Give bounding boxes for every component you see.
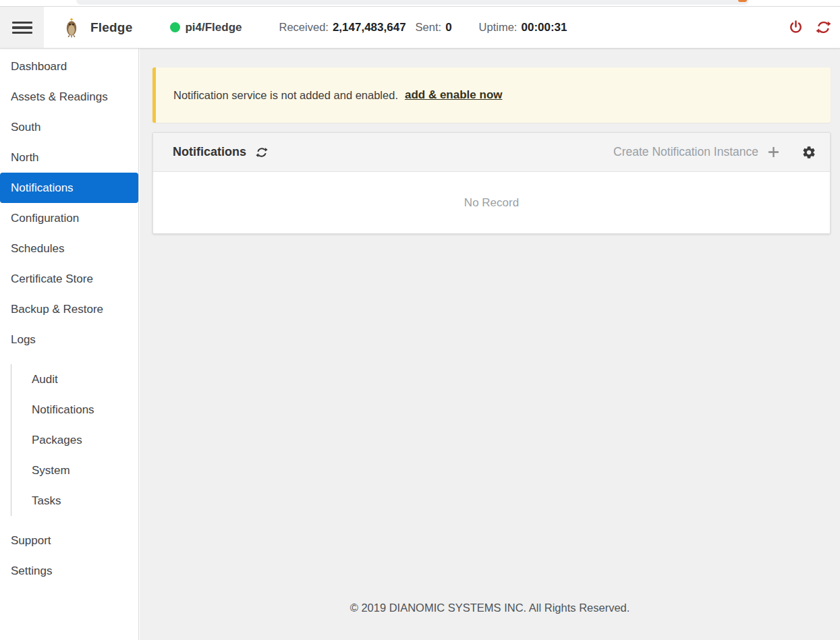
status-dot-icon xyxy=(170,22,180,32)
received-label: Received: xyxy=(279,21,329,34)
app-header: Fledge pi4/Fledge Received: 2,147,483,64… xyxy=(0,7,840,49)
sidebar-item-assets-readings[interactable]: Assets & Readings xyxy=(0,82,138,112)
menu-toggle-button[interactable] xyxy=(0,7,44,48)
notification-settings-button[interactable] xyxy=(802,145,816,160)
sent-value: 0 xyxy=(445,21,451,34)
sidebar-subitem-packages[interactable]: Packages xyxy=(11,425,138,455)
brand: Fledge xyxy=(64,18,132,38)
sidebar-item-logs[interactable]: Logs xyxy=(0,324,138,355)
restart-button[interactable] xyxy=(816,20,831,35)
browser-omnibox-edge xyxy=(76,0,749,5)
stat-sent: Sent: 0 xyxy=(416,21,452,34)
instance-name: pi4/Fledge xyxy=(185,21,242,34)
header-actions xyxy=(788,20,831,35)
sidebar-item-notifications[interactable]: Notifications xyxy=(0,173,138,203)
sidebar-item-certificate-store[interactable]: Certificate Store xyxy=(0,264,138,294)
sidebar: Dashboard Assets & Readings South North … xyxy=(0,49,139,640)
sidebar-subitem-tasks[interactable]: Tasks xyxy=(11,486,138,516)
browser-extension-sliver xyxy=(738,0,747,2)
card-actions: Create Notification Instance xyxy=(613,145,816,160)
received-value: 2,147,483,647 xyxy=(333,21,406,34)
sidebar-item-north[interactable]: North xyxy=(0,142,138,173)
sidebar-item-south[interactable]: South xyxy=(0,112,138,142)
sidebar-item-settings[interactable]: Settings xyxy=(0,556,138,586)
app-title: Fledge xyxy=(90,20,132,35)
notifications-card: Notifications Create Notification Instan… xyxy=(152,132,831,234)
refresh-icon xyxy=(816,20,831,35)
sidebar-item-schedules[interactable]: Schedules xyxy=(0,233,138,264)
sent-label: Sent: xyxy=(416,21,442,34)
empty-state-text: No Record xyxy=(464,196,519,210)
refresh-icon xyxy=(256,146,268,158)
create-notification-instance-label[interactable]: Create Notification Instance xyxy=(613,145,758,159)
card-title: Notifications xyxy=(173,145,246,159)
uptime-label: Uptime: xyxy=(479,21,517,34)
sidebar-item-dashboard[interactable]: Dashboard xyxy=(0,51,138,82)
notifications-card-header: Notifications Create Notification Instan… xyxy=(153,133,830,172)
header-stats: Received: 2,147,483,647 Sent: 0 Uptime: … xyxy=(242,21,567,34)
add-enable-now-link[interactable]: add & enable now xyxy=(405,88,503,102)
reload-notifications-button[interactable] xyxy=(256,146,268,158)
instance-status: pi4/Fledge xyxy=(170,21,242,34)
plus-icon xyxy=(766,145,781,159)
sidebar-subitem-system[interactable]: System xyxy=(11,455,138,486)
sidebar-subitem-notifications[interactable]: Notifications xyxy=(11,395,138,425)
copyright-footer: © 2019 DIANOMIC SYSTEMS INC. All Rights … xyxy=(140,602,840,614)
uptime-value: 00:00:31 xyxy=(521,21,567,34)
sidebar-item-backup-restore[interactable]: Backup & Restore xyxy=(0,294,138,324)
sidebar-item-configuration[interactable]: Configuration xyxy=(0,203,138,233)
main-content: Notification service is not added and en… xyxy=(140,49,840,640)
hamburger-icon xyxy=(12,22,32,24)
notification-service-banner: Notification service is not added and en… xyxy=(152,67,831,123)
browser-chrome-strip xyxy=(0,0,840,7)
sidebar-subitem-audit[interactable]: Audit xyxy=(11,364,138,395)
add-notification-button[interactable] xyxy=(766,145,781,159)
gear-icon xyxy=(802,145,816,160)
sidebar-item-support[interactable]: Support xyxy=(0,525,138,556)
fledge-bird-logo-icon xyxy=(64,18,79,38)
stat-uptime: Uptime: 00:00:31 xyxy=(479,21,567,34)
stat-received: Received: 2,147,483,647 xyxy=(279,21,406,34)
notifications-card-body: No Record xyxy=(153,172,830,233)
banner-message: Notification service is not added and en… xyxy=(173,89,398,102)
sidebar-logs-subgroup: Audit Notifications Packages System Task… xyxy=(11,364,138,516)
shutdown-power-button[interactable] xyxy=(788,20,804,35)
power-icon xyxy=(788,20,804,35)
